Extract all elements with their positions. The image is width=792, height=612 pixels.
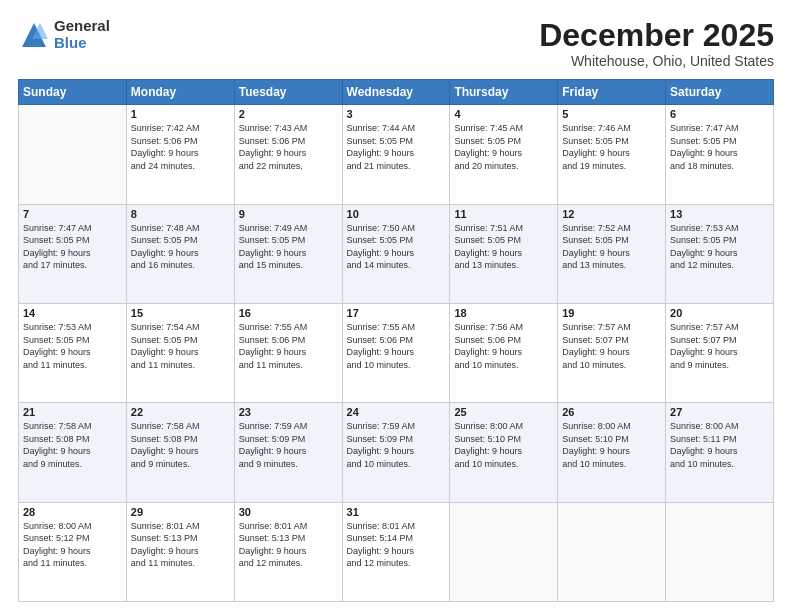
day-info: Sunrise: 7:55 AMSunset: 5:06 PMDaylight:… <box>239 321 338 371</box>
day-info: Sunrise: 7:54 AMSunset: 5:05 PMDaylight:… <box>131 321 230 371</box>
day-info: Sunrise: 7:52 AMSunset: 5:05 PMDaylight:… <box>562 222 661 272</box>
calendar-cell: 8Sunrise: 7:48 AMSunset: 5:05 PMDaylight… <box>126 204 234 303</box>
day-info: Sunrise: 7:53 AMSunset: 5:05 PMDaylight:… <box>670 222 769 272</box>
day-number: 14 <box>23 307 122 319</box>
calendar-week-row: 7Sunrise: 7:47 AMSunset: 5:05 PMDaylight… <box>19 204 774 303</box>
day-info: Sunrise: 7:56 AMSunset: 5:06 PMDaylight:… <box>454 321 553 371</box>
weekday-header-wednesday: Wednesday <box>342 80 450 105</box>
calendar-cell <box>558 502 666 601</box>
day-number: 6 <box>670 108 769 120</box>
day-number: 5 <box>562 108 661 120</box>
weekday-header-row: SundayMondayTuesdayWednesdayThursdayFrid… <box>19 80 774 105</box>
day-info: Sunrise: 7:44 AMSunset: 5:05 PMDaylight:… <box>347 122 446 172</box>
title-block: December 2025 Whitehouse, Ohio, United S… <box>539 18 774 69</box>
day-info: Sunrise: 8:01 AMSunset: 5:13 PMDaylight:… <box>131 520 230 570</box>
main-title: December 2025 <box>539 18 774 53</box>
day-number: 2 <box>239 108 338 120</box>
day-info: Sunrise: 8:00 AMSunset: 5:12 PMDaylight:… <box>23 520 122 570</box>
day-info: Sunrise: 7:58 AMSunset: 5:08 PMDaylight:… <box>131 420 230 470</box>
day-info: Sunrise: 7:46 AMSunset: 5:05 PMDaylight:… <box>562 122 661 172</box>
calendar-week-row: 1Sunrise: 7:42 AMSunset: 5:06 PMDaylight… <box>19 105 774 204</box>
day-info: Sunrise: 7:59 AMSunset: 5:09 PMDaylight:… <box>347 420 446 470</box>
day-number: 1 <box>131 108 230 120</box>
day-number: 28 <box>23 506 122 518</box>
day-number: 9 <box>239 208 338 220</box>
calendar-cell: 25Sunrise: 8:00 AMSunset: 5:10 PMDayligh… <box>450 403 558 502</box>
calendar-cell: 26Sunrise: 8:00 AMSunset: 5:10 PMDayligh… <box>558 403 666 502</box>
calendar-cell: 28Sunrise: 8:00 AMSunset: 5:12 PMDayligh… <box>19 502 127 601</box>
day-info: Sunrise: 8:01 AMSunset: 5:14 PMDaylight:… <box>347 520 446 570</box>
day-info: Sunrise: 7:47 AMSunset: 5:05 PMDaylight:… <box>670 122 769 172</box>
calendar-cell: 22Sunrise: 7:58 AMSunset: 5:08 PMDayligh… <box>126 403 234 502</box>
calendar-cell: 10Sunrise: 7:50 AMSunset: 5:05 PMDayligh… <box>342 204 450 303</box>
day-info: Sunrise: 7:55 AMSunset: 5:06 PMDaylight:… <box>347 321 446 371</box>
day-info: Sunrise: 7:43 AMSunset: 5:06 PMDaylight:… <box>239 122 338 172</box>
calendar-table: SundayMondayTuesdayWednesdayThursdayFrid… <box>18 79 774 602</box>
day-number: 24 <box>347 406 446 418</box>
day-number: 4 <box>454 108 553 120</box>
page: General Blue December 2025 Whitehouse, O… <box>0 0 792 612</box>
calendar-cell: 9Sunrise: 7:49 AMSunset: 5:05 PMDaylight… <box>234 204 342 303</box>
day-number: 18 <box>454 307 553 319</box>
day-info: Sunrise: 8:00 AMSunset: 5:11 PMDaylight:… <box>670 420 769 470</box>
logo: General Blue <box>18 18 110 51</box>
calendar-cell: 14Sunrise: 7:53 AMSunset: 5:05 PMDayligh… <box>19 303 127 402</box>
day-number: 17 <box>347 307 446 319</box>
calendar-cell: 2Sunrise: 7:43 AMSunset: 5:06 PMDaylight… <box>234 105 342 204</box>
subtitle: Whitehouse, Ohio, United States <box>539 53 774 69</box>
calendar-cell: 13Sunrise: 7:53 AMSunset: 5:05 PMDayligh… <box>666 204 774 303</box>
calendar-cell: 29Sunrise: 8:01 AMSunset: 5:13 PMDayligh… <box>126 502 234 601</box>
day-number: 10 <box>347 208 446 220</box>
day-number: 30 <box>239 506 338 518</box>
logo-blue-text: Blue <box>54 35 110 52</box>
day-info: Sunrise: 7:50 AMSunset: 5:05 PMDaylight:… <box>347 222 446 272</box>
calendar-cell: 12Sunrise: 7:52 AMSunset: 5:05 PMDayligh… <box>558 204 666 303</box>
calendar-cell <box>450 502 558 601</box>
day-info: Sunrise: 8:01 AMSunset: 5:13 PMDaylight:… <box>239 520 338 570</box>
calendar-cell <box>19 105 127 204</box>
day-number: 20 <box>670 307 769 319</box>
day-number: 7 <box>23 208 122 220</box>
calendar-cell: 23Sunrise: 7:59 AMSunset: 5:09 PMDayligh… <box>234 403 342 502</box>
day-info: Sunrise: 7:51 AMSunset: 5:05 PMDaylight:… <box>454 222 553 272</box>
day-number: 21 <box>23 406 122 418</box>
day-info: Sunrise: 7:42 AMSunset: 5:06 PMDaylight:… <box>131 122 230 172</box>
day-number: 27 <box>670 406 769 418</box>
weekday-header-saturday: Saturday <box>666 80 774 105</box>
day-number: 3 <box>347 108 446 120</box>
day-number: 8 <box>131 208 230 220</box>
day-info: Sunrise: 8:00 AMSunset: 5:10 PMDaylight:… <box>562 420 661 470</box>
calendar-cell: 15Sunrise: 7:54 AMSunset: 5:05 PMDayligh… <box>126 303 234 402</box>
weekday-header-monday: Monday <box>126 80 234 105</box>
header: General Blue December 2025 Whitehouse, O… <box>18 18 774 69</box>
calendar-week-row: 21Sunrise: 7:58 AMSunset: 5:08 PMDayligh… <box>19 403 774 502</box>
logo-icon <box>18 19 50 51</box>
day-info: Sunrise: 7:53 AMSunset: 5:05 PMDaylight:… <box>23 321 122 371</box>
day-number: 19 <box>562 307 661 319</box>
day-number: 23 <box>239 406 338 418</box>
day-number: 15 <box>131 307 230 319</box>
calendar-cell: 21Sunrise: 7:58 AMSunset: 5:08 PMDayligh… <box>19 403 127 502</box>
day-info: Sunrise: 7:47 AMSunset: 5:05 PMDaylight:… <box>23 222 122 272</box>
calendar-cell <box>666 502 774 601</box>
day-info: Sunrise: 7:58 AMSunset: 5:08 PMDaylight:… <box>23 420 122 470</box>
calendar-cell: 19Sunrise: 7:57 AMSunset: 5:07 PMDayligh… <box>558 303 666 402</box>
day-number: 25 <box>454 406 553 418</box>
weekday-header-friday: Friday <box>558 80 666 105</box>
day-info: Sunrise: 8:00 AMSunset: 5:10 PMDaylight:… <box>454 420 553 470</box>
calendar-cell: 1Sunrise: 7:42 AMSunset: 5:06 PMDaylight… <box>126 105 234 204</box>
day-number: 26 <box>562 406 661 418</box>
calendar-cell: 31Sunrise: 8:01 AMSunset: 5:14 PMDayligh… <box>342 502 450 601</box>
logo-general-text: General <box>54 18 110 35</box>
day-number: 13 <box>670 208 769 220</box>
calendar-week-row: 14Sunrise: 7:53 AMSunset: 5:05 PMDayligh… <box>19 303 774 402</box>
calendar-cell: 11Sunrise: 7:51 AMSunset: 5:05 PMDayligh… <box>450 204 558 303</box>
day-info: Sunrise: 7:59 AMSunset: 5:09 PMDaylight:… <box>239 420 338 470</box>
calendar-cell: 6Sunrise: 7:47 AMSunset: 5:05 PMDaylight… <box>666 105 774 204</box>
calendar-cell: 30Sunrise: 8:01 AMSunset: 5:13 PMDayligh… <box>234 502 342 601</box>
logo-text: General Blue <box>54 18 110 51</box>
day-info: Sunrise: 7:57 AMSunset: 5:07 PMDaylight:… <box>562 321 661 371</box>
calendar-cell: 17Sunrise: 7:55 AMSunset: 5:06 PMDayligh… <box>342 303 450 402</box>
calendar-cell: 18Sunrise: 7:56 AMSunset: 5:06 PMDayligh… <box>450 303 558 402</box>
day-info: Sunrise: 7:48 AMSunset: 5:05 PMDaylight:… <box>131 222 230 272</box>
